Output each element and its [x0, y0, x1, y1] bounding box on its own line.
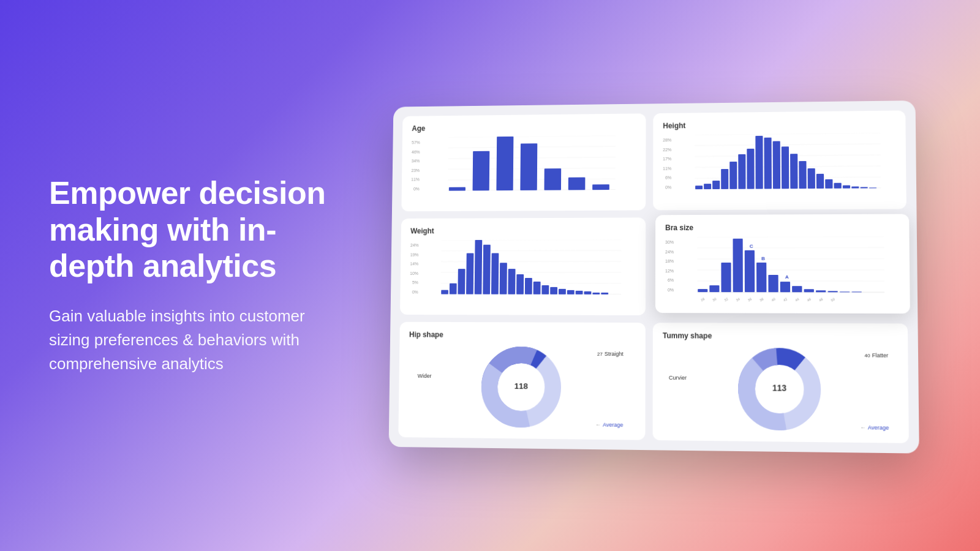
- svg-rect-72: [508, 269, 515, 294]
- age-chart-card: Age 57%46%34%23%11%0%: [401, 113, 646, 211]
- svg-line-59: [441, 250, 621, 251]
- svg-rect-100: [698, 289, 707, 292]
- svg-rect-35: [773, 141, 780, 189]
- svg-rect-41: [825, 179, 832, 189]
- svg-rect-105: [756, 263, 766, 292]
- svg-rect-65: [450, 283, 457, 294]
- svg-text:A: A: [785, 274, 789, 280]
- age-chart-title: Age: [412, 122, 636, 133]
- svg-rect-38: [799, 161, 806, 189]
- weight-y-labels: 24%19%14%10%5%0%: [410, 243, 419, 294]
- svg-rect-6: [449, 187, 466, 191]
- svg-text:36: 36: [747, 297, 752, 302]
- bra-y-labels: 30%24%18%12%6%0%: [665, 240, 674, 292]
- svg-rect-40: [816, 174, 824, 189]
- svg-rect-103: [733, 239, 742, 292]
- svg-rect-37: [790, 154, 797, 189]
- svg-line-58: [441, 239, 621, 240]
- svg-line-20: [695, 133, 880, 135]
- svg-rect-111: [827, 291, 837, 292]
- svg-rect-109: [804, 289, 814, 292]
- svg-rect-70: [491, 253, 499, 294]
- svg-rect-67: [466, 253, 473, 294]
- svg-rect-104: [745, 250, 755, 292]
- weight-chart-title: Weight: [410, 226, 636, 235]
- hip-straight-label: 27 Straight: [597, 351, 624, 357]
- tummy-shape-donut-svg: 113: [733, 342, 827, 437]
- weight-bar-chart: 24%19%14%10%5%0%: [410, 239, 636, 307]
- svg-rect-30: [729, 162, 737, 189]
- age-y-labels: 57%46%34%23%11%0%: [411, 140, 420, 191]
- svg-text:48: 48: [818, 297, 824, 302]
- svg-rect-11: [568, 178, 586, 190]
- svg-rect-42: [834, 183, 841, 189]
- weight-chart-card: Weight 24%19%14%10%5%0%: [400, 217, 646, 315]
- tummy-shape-chart-card: Tummy shape 113 40: [653, 323, 909, 443]
- hip-average-label: ← Average: [595, 422, 623, 429]
- svg-rect-10: [544, 168, 561, 190]
- svg-rect-78: [559, 289, 566, 294]
- svg-rect-33: [755, 136, 763, 189]
- svg-text:118: 118: [514, 381, 528, 391]
- svg-rect-113: [851, 291, 861, 292]
- height-y-labels: 28%22%17%11%6%0%: [663, 138, 671, 189]
- hip-wider-label: Wider: [418, 373, 432, 379]
- dashboard-grid: Age 57%46%34%23%11%0%: [398, 110, 909, 443]
- svg-text:113: 113: [772, 383, 786, 393]
- svg-rect-68: [475, 240, 483, 294]
- svg-text:42: 42: [783, 297, 788, 302]
- svg-rect-29: [721, 169, 728, 189]
- svg-rect-31: [738, 154, 745, 189]
- svg-rect-74: [525, 278, 532, 294]
- svg-line-0: [448, 135, 616, 137]
- svg-rect-76: [541, 285, 549, 294]
- svg-text:46: 46: [807, 297, 812, 302]
- hero-subtitle: Gain valuable insights into customer siz…: [49, 304, 343, 376]
- svg-line-95: [697, 247, 884, 248]
- svg-text:28: 28: [700, 297, 705, 302]
- svg-rect-9: [520, 143, 537, 190]
- svg-rect-82: [592, 293, 600, 294]
- svg-text:32: 32: [723, 297, 728, 302]
- hip-shape-donut-svg: 118: [475, 341, 567, 433]
- svg-text:C: C: [750, 244, 753, 249]
- svg-rect-101: [709, 285, 719, 292]
- svg-text:30: 30: [712, 297, 717, 302]
- svg-rect-12: [592, 184, 609, 190]
- svg-rect-75: [533, 282, 541, 294]
- svg-text:50: 50: [830, 297, 835, 302]
- hip-shape-chart-title: Hip shape: [409, 331, 636, 340]
- svg-text:38: 38: [759, 297, 764, 302]
- svg-text:34: 34: [736, 297, 741, 302]
- svg-rect-32: [747, 149, 754, 189]
- svg-rect-39: [808, 168, 815, 189]
- svg-rect-43: [843, 186, 850, 189]
- svg-rect-45: [860, 187, 867, 188]
- svg-rect-102: [721, 263, 731, 292]
- svg-rect-107: [780, 282, 790, 292]
- svg-text:D: D: [738, 256, 742, 261]
- svg-rect-80: [576, 291, 583, 294]
- svg-rect-108: [792, 286, 802, 292]
- left-section: Empower decision making with in-depth an…: [49, 175, 368, 376]
- svg-rect-64: [441, 290, 448, 294]
- age-bar-chart: 57%46%34%23%11%0%: [411, 135, 636, 203]
- bra-size-chart-card: Bra size 30%24%18%12%6%0%: [655, 214, 910, 314]
- hero-title: Empower decision making with in-depth an…: [49, 175, 343, 285]
- svg-rect-73: [516, 274, 524, 294]
- height-bar-chart: 28%22%17%11%6%0%: [663, 133, 896, 202]
- right-section: Age 57%46%34%23%11%0%: [368, 102, 931, 449]
- tummy-curvier-label: Curvier: [669, 375, 687, 381]
- bra-size-chart-title: Bra size: [665, 223, 899, 232]
- dashboard-container: Age 57%46%34%23%11%0%: [389, 100, 919, 454]
- svg-line-21: [695, 144, 881, 146]
- svg-rect-71: [500, 263, 507, 294]
- svg-rect-26: [695, 186, 703, 189]
- svg-text:B: B: [761, 256, 765, 261]
- hip-shape-donut-container: 118 27 Straight Wider ← Average: [408, 343, 636, 431]
- svg-rect-27: [704, 184, 711, 189]
- svg-rect-28: [712, 181, 720, 189]
- tummy-shape-chart-title: Tummy shape: [663, 331, 898, 341]
- hip-shape-chart-card: Hip shape 118: [398, 322, 646, 440]
- tummy-shape-donut-container: 113 40 Flatter Curvier ← Average: [663, 345, 899, 434]
